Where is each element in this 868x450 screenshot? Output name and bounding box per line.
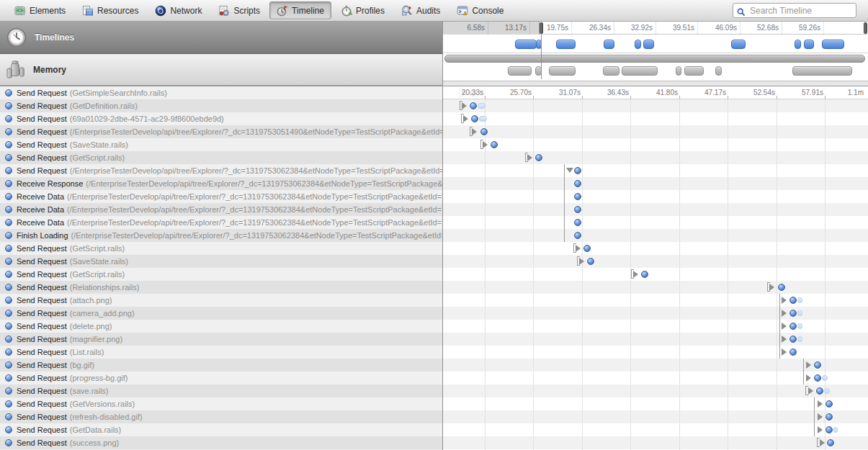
overview-event-bar bbox=[604, 40, 614, 49]
overview-window-right-handle[interactable] bbox=[864, 22, 867, 34]
grid-row[interactable] bbox=[443, 423, 868, 436]
timeline-record-row[interactable]: Send Request(delete.png) bbox=[0, 320, 442, 333]
timeline-record-row[interactable]: Send Request(SaveState.rails) bbox=[0, 255, 442, 268]
overview-ruler-label: 52.68s bbox=[738, 24, 779, 32]
tab-profiles[interactable]: %Profiles bbox=[334, 1, 392, 19]
tab-timeline[interactable]: Timeline bbox=[269, 1, 331, 19]
grid-row[interactable] bbox=[443, 203, 868, 216]
timeline-record-row[interactable]: Send Request(/EnterpriseTesterDevelop/ap… bbox=[0, 125, 442, 138]
timeline-record-row[interactable]: Send Request(Relationships.rails) bbox=[0, 281, 442, 294]
grid-row[interactable] bbox=[443, 410, 868, 423]
timeline-record-row[interactable]: Send Request(save.rails) bbox=[0, 384, 442, 397]
sidebar-item-timelines[interactable]: Timelines bbox=[0, 22, 443, 54]
timeline-record-row[interactable]: Send Request(69a01029-2dbe-4571-ac29-9f8… bbox=[0, 112, 442, 125]
record-type: Send Request bbox=[17, 333, 67, 346]
tab-console[interactable]: !Console bbox=[449, 1, 511, 19]
grid-row[interactable] bbox=[443, 242, 868, 255]
grid-row[interactable] bbox=[443, 320, 868, 333]
sidebar-item-memory[interactable]: Memory bbox=[0, 54, 443, 86]
record-triangle-icon bbox=[576, 245, 581, 252]
record-triangle-icon bbox=[483, 141, 488, 148]
timeline-record-row[interactable]: Send Request(GetDefinition.rails) bbox=[0, 99, 442, 112]
resources-icon bbox=[82, 5, 94, 17]
grid-row[interactable] bbox=[443, 372, 868, 384]
timeline-record-row[interactable]: Send Request(GetSimpleSearchInfo.rails) bbox=[0, 86, 442, 99]
record-connector-line bbox=[779, 346, 780, 359]
timeline-record-row[interactable]: Finish Loading(/EnterpriseTesterDevelop/… bbox=[0, 229, 442, 242]
timeline-record-row[interactable]: Send Request(magnifier.png) bbox=[0, 333, 442, 346]
record-marker-dot bbox=[587, 258, 594, 265]
grid-row[interactable] bbox=[443, 99, 868, 112]
grid-row[interactable] bbox=[443, 151, 868, 164]
timeline-record-row[interactable]: Send Request(camera_add.png) bbox=[0, 307, 442, 320]
grid-row[interactable] bbox=[443, 268, 868, 281]
record-triangle-icon bbox=[527, 154, 532, 161]
grid-row[interactable] bbox=[443, 125, 868, 138]
elements-icon: <> bbox=[14, 5, 26, 17]
grid-row[interactable] bbox=[443, 359, 868, 372]
grid-ruler-label: 1.1m bbox=[820, 89, 864, 96]
record-connector-line bbox=[814, 397, 815, 410]
grid-row[interactable] bbox=[443, 190, 868, 203]
timeline-record-row[interactable]: Send Request(refresh-disabled.gif) bbox=[0, 410, 442, 423]
overview-window-left-handle[interactable] bbox=[540, 22, 543, 34]
timeline-record-row[interactable]: Receive Data(/EnterpriseTesterDevelop/ap… bbox=[0, 216, 442, 229]
grid-ruler-label: 20.33s bbox=[443, 89, 483, 96]
record-bullet-icon bbox=[5, 413, 12, 420]
grid-row[interactable] bbox=[443, 216, 868, 229]
timeline-record-row[interactable]: Send Request(/EnterpriseTesterDevelop/ap… bbox=[0, 164, 442, 177]
grid-line bbox=[728, 86, 728, 450]
grid-ruler: 20.33s25.70s31.07s36.43s41.80s47.17s52.5… bbox=[443, 86, 868, 99]
grid-row[interactable] bbox=[443, 164, 868, 177]
timeline-grid: 20.33s25.70s31.07s36.43s41.80s47.17s52.5… bbox=[443, 86, 868, 450]
grid-row[interactable] bbox=[443, 307, 868, 320]
timeline-record-row[interactable]: Send Request(progress-bg.gif) bbox=[0, 372, 442, 384]
record-marker-dot bbox=[480, 128, 488, 135]
record-connector-line bbox=[803, 359, 804, 372]
tab-resources[interactable]: Resources bbox=[75, 1, 146, 19]
timeline-record-row[interactable]: Send Request(attach.png) bbox=[0, 294, 442, 307]
record-type: Send Request bbox=[17, 436, 67, 449]
grid-row[interactable] bbox=[443, 397, 868, 410]
grid-row[interactable] bbox=[443, 333, 868, 346]
timeline-record-row[interactable]: Send Request(SaveState.rails) bbox=[0, 138, 442, 151]
grid-row[interactable] bbox=[443, 384, 868, 397]
timeline-record-row[interactable]: Receive Response(/EnterpriseTesterDevelo… bbox=[0, 177, 442, 190]
timeline-record-row[interactable]: Send Request(GetScript.rails) bbox=[0, 151, 442, 164]
grid-line bbox=[777, 86, 777, 450]
grid-row[interactable] bbox=[443, 255, 868, 268]
tab-scripts[interactable]: Scripts bbox=[211, 1, 267, 19]
record-marker-dot bbox=[816, 387, 823, 395]
record-triangle-icon bbox=[806, 374, 811, 382]
grid-row[interactable] bbox=[443, 281, 868, 294]
timeline-record-row[interactable]: Send Request(bg.gif) bbox=[0, 359, 442, 372]
record-detail: (GetScript.rails) bbox=[70, 151, 125, 164]
timeline-record-row[interactable]: Send Request(success.png) bbox=[0, 436, 442, 449]
timeline-record-row[interactable]: Send Request(GetScript.rails) bbox=[0, 242, 442, 255]
record-bullet-icon bbox=[5, 232, 12, 239]
overview-window-divider[interactable] bbox=[541, 35, 542, 79]
timeline-record-row[interactable]: Send Request(GetData.rails) bbox=[0, 423, 442, 436]
tab-elements[interactable]: <>Elements bbox=[7, 1, 73, 19]
record-duration-bar bbox=[478, 103, 486, 109]
timeline-record-row[interactable]: Receive Data(/EnterpriseTesterDevelop/ap… bbox=[0, 203, 442, 216]
grid-row[interactable] bbox=[443, 229, 868, 242]
grid-row[interactable] bbox=[443, 138, 868, 151]
grid-row[interactable] bbox=[443, 436, 868, 449]
timeline-record-row[interactable]: Send Request(List.rails) bbox=[0, 346, 442, 359]
grid-row[interactable] bbox=[443, 346, 868, 359]
grid-row[interactable] bbox=[443, 294, 868, 307]
timeline-record-row[interactable]: Send Request(GetVersions.rails) bbox=[0, 397, 442, 410]
record-detail: (Relationships.rails) bbox=[70, 281, 140, 294]
tab-audits[interactable]: Audits bbox=[394, 1, 447, 19]
grid-row[interactable] bbox=[443, 112, 868, 125]
record-marker-dot bbox=[827, 439, 834, 446]
grid-row[interactable] bbox=[443, 177, 868, 190]
record-marker-dot bbox=[789, 336, 797, 343]
tab-network[interactable]: Network bbox=[148, 1, 209, 19]
timeline-record-row[interactable]: Send Request(GetScript.rails) bbox=[0, 268, 442, 281]
record-marker-dot bbox=[778, 284, 785, 291]
search-input[interactable] bbox=[733, 3, 856, 18]
timeline-record-row[interactable]: Receive Data(/EnterpriseTesterDevelop/ap… bbox=[0, 190, 442, 203]
memory-event-bar bbox=[715, 66, 722, 76]
